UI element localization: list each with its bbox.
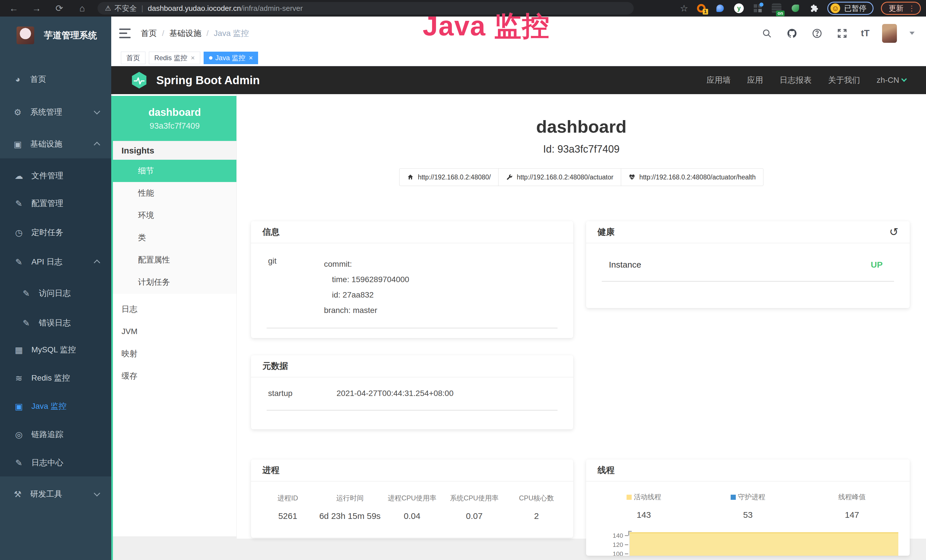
sidebar-item-label: MySQL 监控 xyxy=(31,344,76,355)
extension-icon-sprout[interactable] xyxy=(790,3,801,14)
extension-icon-dark-on[interactable]: on xyxy=(771,3,782,14)
forward-icon[interactable]: → xyxy=(31,3,42,14)
process-stat: 运行时间 6d 23h 15m 59s xyxy=(319,493,381,521)
kebab-menu-icon[interactable]: ⋮ xyxy=(908,4,915,13)
font-size-icon[interactable]: tT xyxy=(861,28,870,38)
bookmark-star-icon[interactable]: ☆ xyxy=(680,3,688,14)
sba-sidebar-item-config-props[interactable]: 配置属性 xyxy=(113,249,236,271)
chevron-down-icon xyxy=(901,76,907,82)
tab-label: Redis 监控 xyxy=(154,53,188,62)
security-label[interactable]: 不安全 xyxy=(115,3,137,14)
sba-sidebar-item-mappings[interactable]: 映射 xyxy=(113,343,236,365)
sba-instance-sidebar: dashboard 93a3fc7f7409 Insights 细节 性能 环境… xyxy=(113,94,237,536)
health-instance-row[interactable]: Instance UP xyxy=(586,243,910,269)
update-label: 更新 xyxy=(889,3,903,14)
git-time-line: time: 1596289704000 xyxy=(324,272,409,287)
sba-brand[interactable]: Spring Boot Admin xyxy=(156,74,260,87)
sba-nav-about[interactable]: 关于我们 xyxy=(828,75,860,86)
actuator-url-button[interactable]: http://192.168.0.2:48080/actuator xyxy=(498,168,621,186)
breadcrumb-separator: / xyxy=(206,29,209,38)
service-url-button[interactable]: http://192.168.0.2:48080/ xyxy=(399,168,498,186)
sidebar-item-log-center[interactable]: ✎ 日志中心 xyxy=(0,451,111,475)
metadata-row-label: startup xyxy=(268,389,336,398)
fullscreen-icon[interactable] xyxy=(836,27,849,40)
sidebar-item-mysql[interactable]: ▦ MySQL 监控 xyxy=(0,338,111,362)
sidebar-item-trace[interactable]: ◎ 链路追踪 xyxy=(0,422,111,446)
stat-value: 0.04 xyxy=(381,511,443,521)
sidebar-item-redis[interactable]: ≋ Redis 监控 xyxy=(0,366,111,390)
close-icon[interactable]: × xyxy=(191,54,195,62)
sba-sidebar-item-logs[interactable]: 日志 xyxy=(113,298,236,320)
sidebar-item-label: 系统管理 xyxy=(30,107,62,118)
sidebar-item-access-log[interactable]: ✎ 访问日志 xyxy=(0,281,111,305)
sba-nav-language[interactable]: zh-CN xyxy=(877,76,906,85)
sidebar-item-job[interactable]: ◷ 定时任务 xyxy=(0,221,111,244)
tab-home[interactable]: 首页 xyxy=(121,51,145,64)
process-stat: 进程ID 5261 xyxy=(257,493,319,521)
sba-sidebar-item-environment[interactable]: 环境 xyxy=(113,204,236,227)
sba-sidebar-item-details[interactable]: 细节 xyxy=(113,160,236,182)
process-stat: 系统CPU使用率 0.07 xyxy=(443,493,505,521)
sba-sidebar-item-jvm[interactable]: JVM xyxy=(113,320,236,343)
sidebar-item-java[interactable]: ▣ Java 监控 xyxy=(0,394,111,418)
chevron-up-icon xyxy=(94,260,100,266)
warning-icon: ⚠ xyxy=(105,4,111,12)
tab-redis[interactable]: Redis 监控 × xyxy=(149,51,200,64)
git-commit-details: commit: time: 1596289704000 id: 27aa832 … xyxy=(324,256,409,318)
tab-label: Java 监控 xyxy=(215,53,245,62)
sidebar-item-error-log[interactable]: ✎ 错误日志 xyxy=(0,311,111,335)
sidebar-item-infra[interactable]: ▣ 基础设施 xyxy=(0,132,111,156)
search-icon[interactable] xyxy=(761,27,773,40)
sba-nav-links: 应用墙 应用 日志报表 关于我们 zh-CN xyxy=(707,75,926,86)
breadcrumb-infra[interactable]: 基础设施 xyxy=(169,28,201,39)
back-icon[interactable]: ← xyxy=(8,3,20,14)
close-icon[interactable]: × xyxy=(249,54,253,62)
avatar[interactable] xyxy=(882,24,897,43)
extension-icon-puzzle[interactable] xyxy=(808,3,820,14)
sidebar-item-home[interactable]: ◕ 首页 xyxy=(0,67,111,91)
layers-icon: ≋ xyxy=(12,373,25,383)
breadcrumb-current: Java 监控 xyxy=(214,28,249,39)
chevron-down-icon[interactable] xyxy=(909,32,915,35)
reload-icon[interactable]: ⟳ xyxy=(54,3,65,14)
sba-sidebar-item-metrics[interactable]: 性能 xyxy=(113,182,236,204)
address-bar[interactable]: ⚠ 不安全 | dashboard.yudao.iocoder.cn /infr… xyxy=(98,2,634,15)
tags-view-bar: 首页 Redis 监控 × Java 监控 × xyxy=(111,50,926,66)
sidebar-item-dev-tools[interactable]: ⚒ 研发工具 xyxy=(0,482,111,506)
url-path: /infra/admin-server xyxy=(241,4,303,13)
sba-sidebar-item-caches[interactable]: 缓存 xyxy=(113,365,236,387)
hamburger-icon[interactable] xyxy=(119,29,131,38)
sba-nav-journal[interactable]: 日志报表 xyxy=(780,75,812,86)
sidebar-item-label: 首页 xyxy=(30,74,46,85)
sidebar-item-file[interactable]: ☁ 文件管理 xyxy=(0,164,111,188)
extension-icon-y[interactable]: y xyxy=(733,3,744,14)
extension-icon-drop[interactable] xyxy=(714,3,726,14)
breadcrumb-home[interactable]: 首页 xyxy=(141,28,157,39)
app-logo-row: 芋道管理系统 xyxy=(0,21,111,50)
extension-icon-grid[interactable] xyxy=(752,3,763,14)
sidebar-item-system[interactable]: ⚙ 系统管理 xyxy=(0,100,111,124)
sidebar-item-api-log[interactable]: ✎ API 日志 xyxy=(0,250,111,274)
screenshot-root: ← → ⟳ ⌂ ⚠ 不安全 | dashboard.yudao.iocoder.… xyxy=(0,0,926,560)
sba-nav-wallboard[interactable]: 应用墙 xyxy=(707,75,731,86)
health-url-button[interactable]: http://192.168.0.2:48080/actuator/health xyxy=(621,168,763,186)
tab-java-active[interactable]: Java 监控 × xyxy=(204,51,258,64)
instance-name: dashboard xyxy=(148,106,201,118)
extension-icon-orange[interactable]: 1 xyxy=(696,3,707,14)
gear-icon: ⚙ xyxy=(11,107,24,117)
url-host[interactable]: dashboard.yudao.iocoder.cn xyxy=(148,4,241,13)
sba-sidebar-item-classes[interactable]: 类 xyxy=(113,227,236,249)
update-button[interactable]: 更新 ⋮ xyxy=(881,2,921,15)
sba-sidebar-item-scheduled-tasks[interactable]: 计划任务 xyxy=(113,271,236,293)
sba-nav-applications[interactable]: 应用 xyxy=(747,75,763,86)
home-icon[interactable]: ⌂ xyxy=(76,3,88,14)
sidebar-item-config[interactable]: ✎ 配置管理 xyxy=(0,191,111,215)
git-branch-line: branch: master xyxy=(324,303,409,318)
instance-header[interactable]: dashboard 93a3fc7f7409 xyxy=(113,96,236,141)
paused-extension-pill[interactable]: ☺ 已暂停 xyxy=(827,2,873,15)
legend-label: 活动线程 xyxy=(634,493,661,501)
help-icon[interactable] xyxy=(811,27,823,40)
history-icon[interactable]: ↺ xyxy=(889,227,898,238)
sidebar-item-label: 基础设施 xyxy=(30,139,62,150)
github-icon[interactable] xyxy=(786,27,798,40)
